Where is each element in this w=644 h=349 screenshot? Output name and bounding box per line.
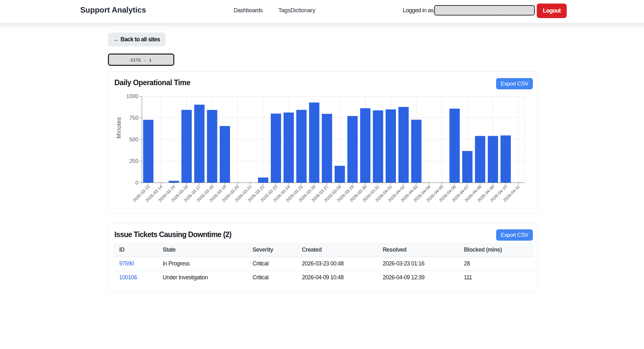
svg-text:Minutes: Minutes	[116, 117, 122, 138]
svg-text:250: 250	[129, 158, 138, 164]
svg-text:0: 0	[135, 180, 138, 186]
svg-text:750: 750	[129, 115, 138, 121]
svg-text:1000: 1000	[126, 93, 139, 99]
svg-text:500: 500	[129, 136, 138, 143]
